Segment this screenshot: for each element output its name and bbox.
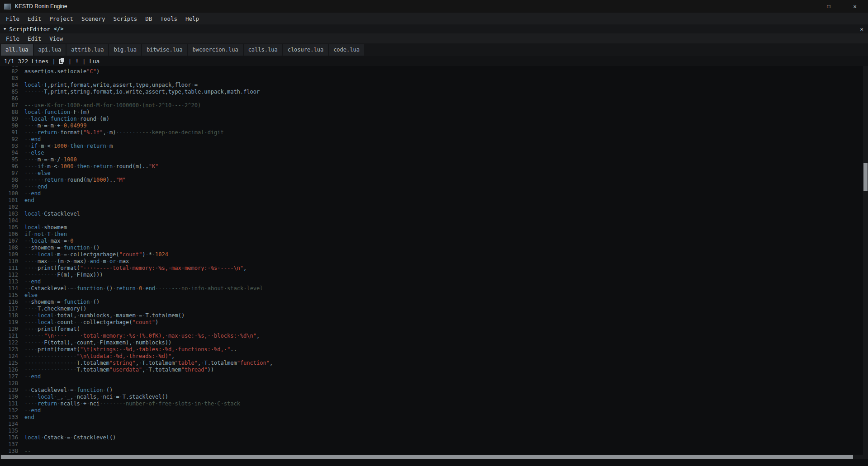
- code-line[interactable]: 131····return·ncalls·+·nci·····--·number…: [0, 400, 868, 407]
- code-line[interactable]: 117····T.checkmemory(): [0, 306, 868, 312]
- code-line[interactable]: 91····return·format("%.1f",·m)········--…: [0, 129, 868, 136]
- tab-code.lua[interactable]: code.lua: [329, 44, 364, 56]
- code-line[interactable]: 85······T,print,string.format,io.write,a…: [0, 89, 868, 95]
- code-text: ··else: [24, 150, 44, 156]
- menu-item-file[interactable]: File: [2, 15, 24, 22]
- editor-menu-item-edit[interactable]: Edit: [24, 35, 45, 42]
- collapse-arrow-icon[interactable]: ▼: [0, 27, 9, 31]
- minimize-button[interactable]: –: [789, 0, 816, 13]
- code-line[interactable]: 130····local·_,·_,·ncalls,·nci·=·T.stack…: [0, 394, 868, 400]
- tab-bwcoercion.lua[interactable]: bwcoercion.lua: [188, 44, 242, 56]
- code-line[interactable]: 136local·Cstack·=·Cstacklevel(): [0, 434, 868, 441]
- menu-item-tools[interactable]: Tools: [156, 15, 181, 22]
- code-line[interactable]: 97····else: [0, 170, 868, 177]
- vertical-scrollbar-thumb[interactable]: [863, 163, 868, 191]
- code-line[interactable]: 133end: [0, 414, 868, 421]
- code-line[interactable]: 122······F(total),·count,·F(maxmem),·num…: [0, 339, 868, 346]
- vertical-scrollbar[interactable]: [863, 66, 868, 455]
- code-line[interactable]: 129··Cstacklevel·=·function·(): [0, 387, 868, 394]
- code-line[interactable]: 112··········F(m),·F(max))): [0, 272, 868, 278]
- line-number: 115: [0, 292, 18, 299]
- code-line[interactable]: 132··end: [0, 407, 868, 414]
- code-line[interactable]: 92··end: [0, 136, 868, 143]
- horizontal-scrollbar-thumb[interactable]: [1, 455, 853, 459]
- editor-menu-item-view[interactable]: View: [45, 35, 67, 42]
- menu-item-scripts[interactable]: Scripts: [109, 15, 142, 22]
- tab-bitwise.lua[interactable]: bitwise.lua: [142, 44, 187, 56]
- code-text: ··end: [24, 407, 41, 414]
- code-line[interactable]: 95····m·=·m·/·1000: [0, 156, 868, 163]
- code-line[interactable]: 137: [0, 441, 868, 448]
- code-line[interactable]: 110····max·=·(m·>·max)·and·m·or·max: [0, 258, 868, 265]
- code-line[interactable]: 98······return·round(m/1000).."M": [0, 177, 868, 184]
- maximize-button[interactable]: □: [816, 0, 842, 13]
- code-line[interactable]: 86: [0, 95, 868, 102]
- code-line[interactable]: 120····print(format(: [0, 326, 868, 333]
- code-line[interactable]: 104: [0, 217, 868, 224]
- app-logo-icon: [4, 4, 11, 9]
- code-line[interactable]: 134: [0, 421, 868, 428]
- editor-menu-item-file[interactable]: File: [2, 35, 24, 42]
- code-line[interactable]: 103local·Cstacklevel: [0, 211, 868, 217]
- horizontal-scrollbar[interactable]: [0, 455, 868, 459]
- code-line[interactable]: 124················"\n\tudata:·%d,·threa…: [0, 353, 868, 360]
- code-line[interactable]: 84local·T,print,format,write,assert,type…: [0, 82, 868, 89]
- line-number: 130: [0, 394, 18, 400]
- code-line[interactable]: 121······"\n····----·total·memory:·%s·(%…: [0, 333, 868, 339]
- code-line[interactable]: 138--: [0, 448, 868, 455]
- code-line[interactable]: 102: [0, 204, 868, 211]
- line-number: 106: [0, 231, 18, 238]
- code-line[interactable]: 135: [0, 428, 868, 434]
- code-line[interactable]: 106if·not·T·then: [0, 231, 868, 238]
- code-line[interactable]: 100··end: [0, 190, 868, 197]
- code-text: ··Cstacklevel·=·function·(): [24, 387, 113, 394]
- code-line[interactable]: 107··local·max·=·0: [0, 238, 868, 245]
- tab-calls.lua[interactable]: calls.lua: [244, 44, 282, 56]
- code-line[interactable]: 109····local·m·=·collectgarbage("count")…: [0, 251, 868, 258]
- menu-item-help[interactable]: Help: [181, 15, 203, 22]
- code-line[interactable]: 93··if·m·<·1000·then·return·m: [0, 143, 868, 150]
- code-line[interactable]: 89··local·function·round·(m): [0, 116, 868, 122]
- menu-item-db[interactable]: DB: [141, 15, 156, 22]
- code-line[interactable]: 87--·use·K·for·1000·and·M·for·1000000·(n…: [0, 102, 868, 109]
- code-line[interactable]: 116··showmem·=·function·(): [0, 299, 868, 306]
- code-line[interactable]: 96····if·m·<·1000·then·return·round(m)..…: [0, 163, 868, 170]
- code-line[interactable]: 82assert(os.setlocale"C"): [0, 68, 868, 75]
- tab-all.lua[interactable]: all.lua: [1, 44, 33, 56]
- code-line[interactable]: 125················T.totalmem"string",·T…: [0, 360, 868, 367]
- code-line[interactable]: 115else: [0, 292, 868, 299]
- code-line[interactable]: 128: [0, 380, 868, 387]
- line-number: 90: [0, 122, 18, 129]
- tab-api.lua[interactable]: api.lua: [34, 44, 66, 56]
- code-line[interactable]: 111····print(format("····----·total·memo…: [0, 265, 868, 272]
- code-line[interactable]: 105local·showmem: [0, 224, 868, 231]
- code-line[interactable]: 127··end: [0, 373, 868, 380]
- code-editor[interactable]: 8182assert(os.setlocale"C")8384local·T,p…: [0, 66, 868, 455]
- tab-closure.lua[interactable]: closure.lua: [283, 44, 328, 56]
- menu-item-scenery[interactable]: Scenery: [77, 15, 109, 22]
- code-line[interactable]: 90····m·=·m·+·0.04999: [0, 122, 868, 129]
- tab-attrib.lua[interactable]: attrib.lua: [66, 44, 108, 56]
- tab-big.lua[interactable]: big.lua: [109, 44, 141, 56]
- code-line[interactable]: 94··else: [0, 150, 868, 156]
- code-text: if·not·T·then: [24, 231, 67, 238]
- code-line[interactable]: 99····end: [0, 184, 868, 190]
- code-text: ··end: [24, 373, 41, 380]
- code-line[interactable]: 108··showmem·=·function·(): [0, 245, 868, 251]
- close-button[interactable]: ×: [842, 0, 868, 13]
- line-number: 108: [0, 245, 18, 251]
- menu-item-edit[interactable]: Edit: [24, 15, 45, 22]
- code-line[interactable]: 118····local·total,·numblocks,·maxmem·=·…: [0, 312, 868, 319]
- panel-close-icon[interactable]: ×: [855, 26, 868, 33]
- line-number: 114: [0, 285, 18, 292]
- code-line[interactable]: 126················T.totalmem"userdata",…: [0, 367, 868, 373]
- code-line[interactable]: 114··Cstacklevel·=·function·()·return·0·…: [0, 285, 868, 292]
- menu-item-project[interactable]: Project: [45, 15, 77, 22]
- code-line[interactable]: 101end: [0, 197, 868, 204]
- copy-icon[interactable]: [59, 58, 65, 64]
- code-line[interactable]: 123····print(format("\t(strings:··%d,·ta…: [0, 346, 868, 353]
- code-line[interactable]: 83: [0, 75, 868, 82]
- code-line[interactable]: 119····local·count·=·collectgarbage("cou…: [0, 319, 868, 326]
- code-line[interactable]: 113··end: [0, 278, 868, 285]
- code-line[interactable]: 88local·function·F·(m): [0, 109, 868, 116]
